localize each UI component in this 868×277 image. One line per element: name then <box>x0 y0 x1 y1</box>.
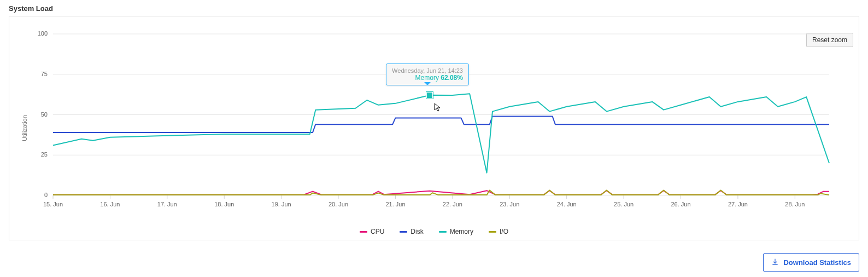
legend-item-memory[interactable]: Memory <box>439 228 473 235</box>
legend: CPUDiskMemoryI/O <box>9 227 859 236</box>
legend-swatch-icon <box>400 231 407 233</box>
series-cpu <box>53 191 829 194</box>
download-icon <box>771 258 779 267</box>
y-axis-label: Utilization <box>21 115 28 141</box>
tooltip-value: 62.08% <box>441 74 463 82</box>
legend-swatch-icon <box>439 231 447 233</box>
legend-item-io[interactable]: I/O <box>489 228 508 235</box>
legend-label: Disk <box>410 228 423 235</box>
tooltip: Wednesday, Jun 21, 14:23 Memory 62.08% <box>386 64 469 85</box>
series-disk <box>53 116 829 132</box>
legend-label: CPU <box>371 228 384 235</box>
chart-panel: Reset zoom Utilization 0255075100 15. Ju… <box>9 16 859 240</box>
download-label: Download Statistics <box>783 258 851 267</box>
hover-marker-icon <box>426 92 433 99</box>
legend-item-cpu[interactable]: CPU <box>360 228 384 235</box>
legend-label: I/O <box>500 228 508 235</box>
download-statistics-button[interactable]: Download Statistics <box>763 253 859 272</box>
panel-title: System Load <box>9 4 859 13</box>
legend-label: Memory <box>450 228 473 235</box>
legend-swatch-icon <box>360 231 367 233</box>
chart-plot-area[interactable] <box>31 23 835 206</box>
tooltip-series: Memory <box>415 74 439 82</box>
tooltip-date: Wednesday, Jun 21, 14:23 <box>392 67 463 74</box>
legend-item-disk[interactable]: Disk <box>400 228 423 235</box>
legend-swatch-icon <box>489 231 496 233</box>
series-memory <box>53 94 829 173</box>
